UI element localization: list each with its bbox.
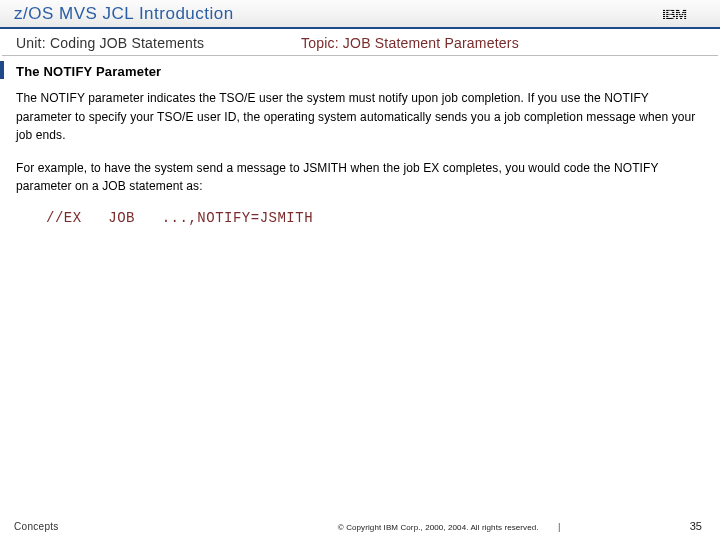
ibm-logo-icon: IBM — [662, 6, 704, 22]
svg-text:IBM: IBM — [662, 6, 687, 22]
footer: Concepts © Copyright IBM Corp., 2000, 20… — [0, 520, 720, 540]
slide: z/OS MVS JCL Introduction IBM Unit: Codi… — [0, 0, 720, 540]
footer-copyright: © Copyright IBM Corp., 2000, 2004. All r… — [338, 523, 560, 532]
slide-title: z/OS MVS JCL Introduction — [14, 4, 234, 24]
content-area: The NOTIFY Parameter The NOTIFY paramete… — [0, 56, 720, 520]
topic-label: Topic: JOB Statement Parameters — [301, 35, 519, 51]
footer-category: Concepts — [14, 521, 59, 532]
page-number: 35 — [690, 520, 702, 532]
paragraph-2: For example, to have the system send a m… — [16, 159, 704, 196]
code-example: //EX JOB ...,NOTIFY=JSMITH — [46, 210, 704, 226]
section-indicator — [0, 61, 4, 79]
section-heading: The NOTIFY Parameter — [16, 64, 704, 79]
ibm-logo: IBM — [660, 6, 706, 22]
subheader: Unit: Coding JOB Statements Topic: JOB S… — [2, 29, 718, 56]
paragraph-1: The NOTIFY parameter indicates the TSO/E… — [16, 89, 704, 145]
unit-label: Unit: Coding JOB Statements — [16, 35, 301, 51]
title-bar: z/OS MVS JCL Introduction IBM — [0, 0, 720, 29]
